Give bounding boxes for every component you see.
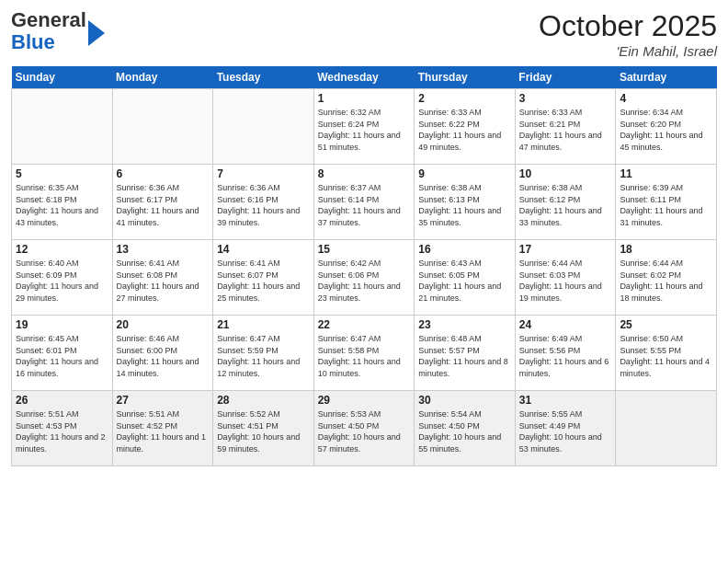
- day-cell: 1Sunrise: 6:32 AMSunset: 6:24 PMDaylight…: [313, 89, 415, 165]
- day-cell: 28Sunrise: 5:52 AMSunset: 4:51 PMDayligh…: [213, 391, 314, 466]
- day-number: 28: [217, 394, 310, 407]
- day-info: Sunrise: 6:32 AMSunset: 6:24 PMDaylight:…: [318, 107, 411, 153]
- day-cell: 29Sunrise: 5:53 AMSunset: 4:50 PMDayligh…: [313, 391, 415, 466]
- page-container: General Blue October 2025 'Ein Mahil, Is…: [0, 0, 728, 474]
- day-cell: [12, 89, 113, 165]
- day-info: Sunrise: 6:43 AMSunset: 6:05 PMDaylight:…: [418, 258, 511, 304]
- col-header-monday: Monday: [112, 66, 213, 89]
- day-info: Sunrise: 6:41 AMSunset: 6:08 PMDaylight:…: [117, 258, 210, 304]
- col-header-thursday: Thursday: [415, 66, 516, 89]
- day-number: 16: [418, 243, 511, 256]
- logo-general: General: [11, 8, 86, 31]
- day-cell: 30Sunrise: 5:54 AMSunset: 4:50 PMDayligh…: [415, 391, 516, 466]
- day-number: 1: [318, 92, 411, 105]
- week-row-1: 1Sunrise: 6:32 AMSunset: 6:24 PMDaylight…: [12, 89, 717, 165]
- day-info: Sunrise: 6:40 AMSunset: 6:09 PMDaylight:…: [16, 258, 108, 304]
- day-info: Sunrise: 6:44 AMSunset: 6:02 PMDaylight:…: [620, 258, 712, 304]
- day-number: 6: [117, 167, 210, 180]
- day-cell: 31Sunrise: 5:55 AMSunset: 4:49 PMDayligh…: [515, 391, 616, 466]
- day-number: 15: [318, 243, 411, 256]
- logo-text-block: General Blue: [11, 9, 105, 53]
- day-info: Sunrise: 6:33 AMSunset: 6:21 PMDaylight:…: [519, 107, 612, 153]
- day-info: Sunrise: 6:48 AMSunset: 5:57 PMDaylight:…: [418, 333, 511, 379]
- day-number: 23: [418, 318, 511, 331]
- day-cell: 8Sunrise: 6:37 AMSunset: 6:14 PMDaylight…: [313, 165, 415, 240]
- day-cell: 11Sunrise: 6:39 AMSunset: 6:11 PMDayligh…: [616, 165, 717, 240]
- day-info: Sunrise: 6:46 AMSunset: 6:00 PMDaylight:…: [117, 333, 210, 379]
- day-cell: 7Sunrise: 6:36 AMSunset: 6:16 PMDaylight…: [213, 165, 314, 240]
- day-number: 7: [217, 167, 310, 180]
- day-cell: 25Sunrise: 6:50 AMSunset: 5:55 PMDayligh…: [616, 316, 717, 391]
- day-cell: 21Sunrise: 6:47 AMSunset: 5:59 PMDayligh…: [213, 316, 314, 391]
- day-info: Sunrise: 5:54 AMSunset: 4:50 PMDaylight:…: [418, 408, 511, 454]
- day-number: 22: [318, 318, 411, 331]
- day-info: Sunrise: 6:35 AMSunset: 6:18 PMDaylight:…: [16, 182, 108, 228]
- logo-blue: Blue: [11, 30, 55, 53]
- day-number: 11: [620, 167, 712, 180]
- day-info: Sunrise: 6:47 AMSunset: 5:59 PMDaylight:…: [217, 333, 310, 379]
- day-cell: 9Sunrise: 6:38 AMSunset: 6:13 PMDaylight…: [415, 165, 516, 240]
- day-cell: 12Sunrise: 6:40 AMSunset: 6:09 PMDayligh…: [12, 240, 113, 316]
- day-info: Sunrise: 5:51 AMSunset: 4:52 PMDaylight:…: [117, 408, 210, 454]
- header-row: SundayMondayTuesdayWednesdayThursdayFrid…: [12, 66, 717, 89]
- col-header-tuesday: Tuesday: [213, 66, 314, 89]
- day-number: 24: [519, 318, 612, 331]
- day-info: Sunrise: 6:44 AMSunset: 6:03 PMDaylight:…: [519, 258, 612, 304]
- day-number: 26: [16, 394, 108, 407]
- day-info: Sunrise: 6:37 AMSunset: 6:14 PMDaylight:…: [318, 182, 411, 228]
- day-cell: [616, 391, 717, 466]
- day-number: 5: [16, 167, 108, 180]
- day-cell: 4Sunrise: 6:34 AMSunset: 6:20 PMDaylight…: [616, 89, 717, 165]
- day-cell: 26Sunrise: 5:51 AMSunset: 4:53 PMDayligh…: [12, 391, 113, 466]
- day-cell: 19Sunrise: 6:45 AMSunset: 6:01 PMDayligh…: [12, 316, 113, 391]
- day-number: 14: [217, 243, 310, 256]
- day-info: Sunrise: 6:33 AMSunset: 6:22 PMDaylight:…: [418, 107, 511, 153]
- day-number: 12: [16, 243, 108, 256]
- day-cell: 14Sunrise: 6:41 AMSunset: 6:07 PMDayligh…: [213, 240, 314, 316]
- day-info: Sunrise: 6:36 AMSunset: 6:17 PMDaylight:…: [117, 182, 210, 228]
- day-number: 13: [117, 243, 210, 256]
- day-cell: 5Sunrise: 6:35 AMSunset: 6:18 PMDaylight…: [12, 165, 113, 240]
- day-number: 27: [117, 394, 210, 407]
- day-number: 20: [117, 318, 210, 331]
- location: 'Ein Mahil, Israel: [539, 43, 717, 59]
- day-info: Sunrise: 5:52 AMSunset: 4:51 PMDaylight:…: [217, 408, 310, 454]
- day-info: Sunrise: 5:51 AMSunset: 4:53 PMDaylight:…: [16, 408, 108, 454]
- day-number: 18: [620, 243, 712, 256]
- day-number: 10: [519, 167, 612, 180]
- day-cell: 10Sunrise: 6:38 AMSunset: 6:12 PMDayligh…: [515, 165, 616, 240]
- day-cell: 22Sunrise: 6:47 AMSunset: 5:58 PMDayligh…: [313, 316, 415, 391]
- day-cell: 6Sunrise: 6:36 AMSunset: 6:17 PMDaylight…: [112, 165, 213, 240]
- title-block: October 2025 'Ein Mahil, Israel: [539, 9, 717, 59]
- header: General Blue October 2025 'Ein Mahil, Is…: [11, 9, 717, 59]
- day-number: 2: [418, 92, 511, 105]
- day-info: Sunrise: 6:50 AMSunset: 5:55 PMDaylight:…: [620, 333, 712, 379]
- day-number: 25: [620, 318, 712, 331]
- day-number: 30: [418, 394, 511, 407]
- day-cell: 23Sunrise: 6:48 AMSunset: 5:57 PMDayligh…: [415, 316, 516, 391]
- week-row-3: 12Sunrise: 6:40 AMSunset: 6:09 PMDayligh…: [12, 240, 717, 316]
- week-row-2: 5Sunrise: 6:35 AMSunset: 6:18 PMDaylight…: [12, 165, 717, 240]
- day-cell: [112, 89, 213, 165]
- col-header-sunday: Sunday: [12, 66, 113, 89]
- logo: General Blue: [11, 9, 105, 53]
- day-number: 9: [418, 167, 511, 180]
- day-cell: 17Sunrise: 6:44 AMSunset: 6:03 PMDayligh…: [515, 240, 616, 316]
- day-cell: [213, 89, 314, 165]
- col-header-saturday: Saturday: [616, 66, 717, 89]
- day-info: Sunrise: 6:38 AMSunset: 6:12 PMDaylight:…: [519, 182, 612, 228]
- month-title: October 2025: [539, 9, 717, 43]
- day-number: 29: [318, 394, 411, 407]
- day-number: 3: [519, 92, 612, 105]
- day-cell: 13Sunrise: 6:41 AMSunset: 6:08 PMDayligh…: [112, 240, 213, 316]
- day-info: Sunrise: 6:36 AMSunset: 6:16 PMDaylight:…: [217, 182, 310, 228]
- day-cell: 3Sunrise: 6:33 AMSunset: 6:21 PMDaylight…: [515, 89, 616, 165]
- week-row-4: 19Sunrise: 6:45 AMSunset: 6:01 PMDayligh…: [12, 316, 717, 391]
- day-number: 21: [217, 318, 310, 331]
- day-cell: 15Sunrise: 6:42 AMSunset: 6:06 PMDayligh…: [313, 240, 415, 316]
- logo-arrow-icon: [88, 20, 105, 46]
- day-info: Sunrise: 6:47 AMSunset: 5:58 PMDaylight:…: [318, 333, 411, 379]
- day-number: 19: [16, 318, 108, 331]
- day-info: Sunrise: 6:38 AMSunset: 6:13 PMDaylight:…: [418, 182, 511, 228]
- day-info: Sunrise: 6:49 AMSunset: 5:56 PMDaylight:…: [519, 333, 612, 379]
